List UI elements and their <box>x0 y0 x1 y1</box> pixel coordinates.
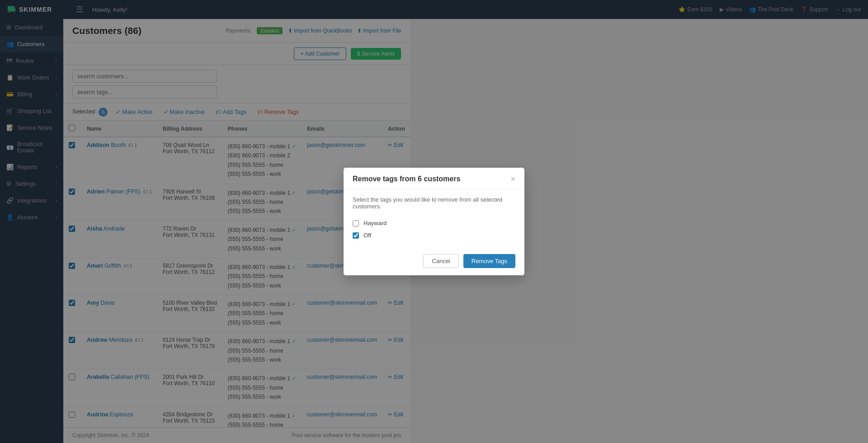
tag-off-label: Off <box>363 232 371 239</box>
modal-title: Remove tags from 6 customers <box>353 175 460 183</box>
modal-body: Select the tags you would like to remove… <box>344 189 524 249</box>
tag-option-hayward: Hayward <box>353 217 515 229</box>
tag-hayward-label: Hayward <box>363 220 387 226</box>
modal-header: Remove tags from 6 customers × <box>344 168 524 189</box>
remove-tags-modal: Remove tags from 6 customers × Select th… <box>344 168 524 275</box>
modal-close-button[interactable]: × <box>510 175 515 183</box>
tag-off-checkbox[interactable] <box>353 232 359 239</box>
tag-hayward-checkbox[interactable] <box>353 220 359 226</box>
modal-cancel-button[interactable]: Cancel <box>423 254 458 268</box>
modal-description: Select the tags you would like to remove… <box>353 196 515 210</box>
modal-confirm-button[interactable]: Remove Tags <box>463 254 515 268</box>
modal-overlay: Remove tags from 6 customers × Select th… <box>0 0 868 443</box>
modal-footer: Cancel Remove Tags <box>344 249 524 275</box>
tag-option-off: Off <box>353 229 515 241</box>
